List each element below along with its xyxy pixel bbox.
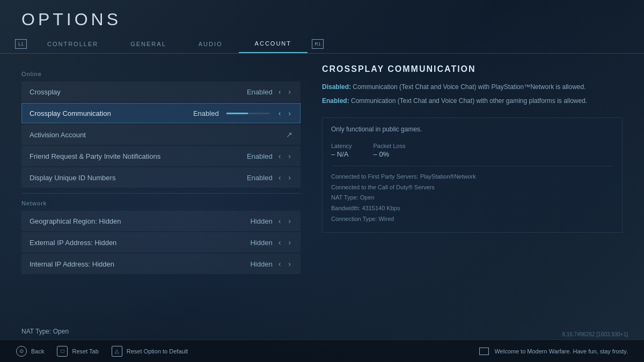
option-geo-region[interactable]: Geographical Region: Hidden Hidden ‹ › <box>21 211 301 231</box>
back-label: Back <box>31 348 44 354</box>
crossplay-comm-arrow-left[interactable]: ‹ <box>277 109 283 117</box>
crossplay-comm-label: Crossplay Communication <box>30 109 111 117</box>
nav-tabs: L1 CONTROLLER GENERAL AUDIO ACCOUNT R1 <box>0 35 644 54</box>
crossplay-comm-value: Enabled <box>193 109 219 117</box>
crossplay-desc-disabled: Disabled: Communication (Text Chat and V… <box>322 82 623 92</box>
network-detail-2: NAT Type: Open <box>331 193 613 203</box>
crossplay-comm-value-wrap: Enabled ‹ › <box>193 109 292 117</box>
friend-request-arrow-right[interactable]: › <box>287 152 292 160</box>
crossplay-comm-arrow-right[interactable]: › <box>287 109 292 117</box>
external-ip-arrow-left[interactable]: ‹ <box>277 238 283 247</box>
section-divider <box>21 193 301 194</box>
geo-region-arrow-right[interactable]: › <box>287 217 292 225</box>
friend-request-value: Enabled <box>247 152 273 160</box>
geo-region-arrow-left[interactable]: ‹ <box>277 217 283 225</box>
reset-option-action[interactable]: △ Reset Option to Default <box>112 346 188 357</box>
tab-audio[interactable]: AUDIO <box>182 35 239 53</box>
display-unique-id-arrow-left[interactable]: ‹ <box>277 173 283 182</box>
external-link-icon: ↗ <box>286 130 292 139</box>
header: OPTIONS <box>0 0 644 29</box>
reset-tab-action[interactable]: □ Reset Tab <box>57 346 98 357</box>
footer-actions: ⊙ Back □ Reset Tab △ Reset Option to Def… <box>16 346 188 357</box>
network-detail-3: Bandwidth: 4315140 Kbps <box>331 203 613 214</box>
left-panel: Online Crossplay Enabled ‹ › Crossplay C… <box>21 64 301 341</box>
network-section-label: Network <box>21 200 301 206</box>
latency-stat: Latency – N/A <box>331 143 352 158</box>
latency-label: Latency <box>331 143 352 149</box>
crossplay-value-wrap: Enabled ‹ › <box>247 87 292 96</box>
disabled-keyword: Disabled: <box>322 83 351 91</box>
network-detail-1: Connected to the Call of Duty® Servers <box>331 182 613 193</box>
geo-region-label: Geographical Region: Hidden <box>30 217 121 225</box>
reset-option-icon: △ <box>112 346 122 357</box>
network-details: Connected to First Party Servers: PlaySt… <box>331 166 613 225</box>
activision-label: Activision Account <box>30 131 86 139</box>
packet-loss-stat: Packet Loss – 0% <box>374 143 406 158</box>
internal-ip-value-wrap: Hidden ‹ › <box>250 260 292 268</box>
right-panel: CROSSPLAY COMMUNICATION Disabled: Commun… <box>311 64 623 341</box>
reset-tab-label: Reset Tab <box>72 348 98 354</box>
display-unique-id-value-wrap: Enabled ‹ › <box>247 173 292 182</box>
page-title: OPTIONS <box>21 10 623 29</box>
crossplay-desc-enabled: Enabled: Communication (Text Chat and Vo… <box>322 95 623 106</box>
network-detail-4: Connection Type: Wired <box>331 214 613 225</box>
option-display-unique-id[interactable]: Display Unique ID Numbers Enabled ‹ › <box>21 167 301 188</box>
external-ip-value: Hidden <box>250 239 272 247</box>
internal-ip-label: Internal IP Address: Hidden <box>30 260 114 268</box>
crossplay-arrow-left[interactable]: ‹ <box>277 87 283 96</box>
crossplay-arrow-right[interactable]: › <box>287 87 292 96</box>
external-ip-value-wrap: Hidden ‹ › <box>250 238 292 247</box>
internal-ip-arrow-right[interactable]: › <box>287 260 292 268</box>
packet-loss-label: Packet Loss <box>374 143 406 149</box>
nav-right-badge: R1 <box>312 39 324 49</box>
crossplay-comm-title: CROSSPLAY COMMUNICATION <box>322 64 623 74</box>
message-icon <box>479 348 489 355</box>
progress-bar <box>226 113 248 114</box>
footer-right: Welcome to Modern Warfare. Have fun, sta… <box>479 348 628 355</box>
latency-value: – N/A <box>331 150 352 158</box>
friend-request-value-wrap: Enabled ‹ › <box>247 152 292 160</box>
progress-bar-container <box>226 113 269 114</box>
internal-ip-arrow-left[interactable]: ‹ <box>277 260 283 268</box>
version-info: 8.16.7496262 [1603.930+1] <box>562 331 628 337</box>
display-unique-id-arrow-right[interactable]: › <box>287 173 292 182</box>
info-note: Only functional in public games. <box>331 125 613 133</box>
tab-account[interactable]: ACCOUNT <box>239 35 308 53</box>
internal-ip-value: Hidden <box>250 260 272 268</box>
friend-request-arrow-left[interactable]: ‹ <box>277 152 283 160</box>
nat-status: NAT Type: Open <box>21 328 69 335</box>
tab-general[interactable]: GENERAL <box>114 35 182 53</box>
external-ip-label: External IP Address: Hidden <box>30 239 116 247</box>
online-section-label: Online <box>21 71 301 77</box>
geo-region-value-wrap: Hidden ‹ › <box>250 217 292 225</box>
enabled-text: Communication (Text Chat and Voice Chat)… <box>351 97 587 105</box>
network-stats: Latency – N/A Packet Loss – 0% <box>331 143 613 158</box>
option-crossplay-communication[interactable]: Crossplay Communication Enabled ‹ › <box>21 103 301 123</box>
reset-tab-icon: □ <box>57 346 68 357</box>
footer-message: Welcome to Modern Warfare. Have fun, sta… <box>494 348 628 354</box>
crossplay-value: Enabled <box>247 88 273 96</box>
network-detail-0: Connected to First Party Servers: PlaySt… <box>331 172 613 182</box>
tab-controller[interactable]: CONTROLLER <box>31 35 114 53</box>
option-activision-account[interactable]: Activision Account ↗ <box>21 124 301 145</box>
option-friend-request[interactable]: Friend Request & Party Invite Notificati… <box>21 146 301 166</box>
friend-request-label: Friend Request & Party Invite Notificati… <box>30 152 160 160</box>
back-icon: ⊙ <box>16 346 27 357</box>
main-content: Online Crossplay Enabled ‹ › Crossplay C… <box>0 54 644 351</box>
activision-value-wrap: ↗ <box>286 130 292 139</box>
back-action[interactable]: ⊙ Back <box>16 346 44 357</box>
enabled-keyword: Enabled: <box>322 97 349 105</box>
disabled-text: Communication (Text Chat and Voice Chat)… <box>353 83 586 91</box>
footer: ⊙ Back □ Reset Tab △ Reset Option to Def… <box>0 339 644 362</box>
packet-loss-value: – 0% <box>374 150 406 158</box>
option-crossplay[interactable]: Crossplay Enabled ‹ › <box>21 82 301 102</box>
external-ip-arrow-right[interactable]: › <box>287 238 292 247</box>
crossplay-label: Crossplay <box>30 88 61 96</box>
display-unique-id-label: Display Unique ID Numbers <box>30 174 115 182</box>
nav-left-badge: L1 <box>15 39 27 49</box>
geo-region-value: Hidden <box>250 217 272 225</box>
option-internal-ip[interactable]: Internal IP Address: Hidden Hidden ‹ › <box>21 254 301 274</box>
info-box: Only functional in public games. Latency… <box>322 117 623 233</box>
option-external-ip[interactable]: External IP Address: Hidden Hidden ‹ › <box>21 232 301 253</box>
reset-option-label: Reset Option to Default <box>127 348 188 354</box>
